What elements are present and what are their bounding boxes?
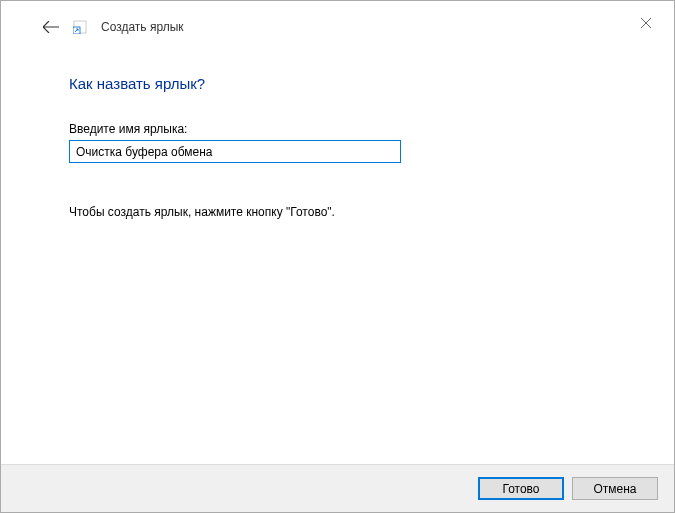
content-area: Как назвать ярлык? Введите имя ярлыка: Ч… <box>1 35 674 464</box>
page-heading: Как назвать ярлык? <box>69 75 606 92</box>
shortcut-icon <box>73 20 87 34</box>
back-button[interactable] <box>43 19 59 35</box>
cancel-button[interactable]: Отмена <box>572 477 658 500</box>
dialog-footer: Готово Отмена <box>1 464 674 512</box>
create-shortcut-dialog: Создать ярлык Как назвать ярлык? Введите… <box>0 0 675 513</box>
window-title: Создать ярлык <box>101 20 184 34</box>
finish-button[interactable]: Готово <box>478 477 564 500</box>
back-arrow-icon <box>43 21 59 33</box>
instruction-text: Чтобы создать ярлык, нажмите кнопку "Гот… <box>69 205 606 219</box>
shortcut-name-label: Введите имя ярлыка: <box>69 122 606 136</box>
dialog-header: Создать ярлык <box>1 1 674 35</box>
shortcut-name-input[interactable] <box>69 140 401 163</box>
close-button[interactable] <box>638 15 654 31</box>
close-icon <box>641 18 651 28</box>
